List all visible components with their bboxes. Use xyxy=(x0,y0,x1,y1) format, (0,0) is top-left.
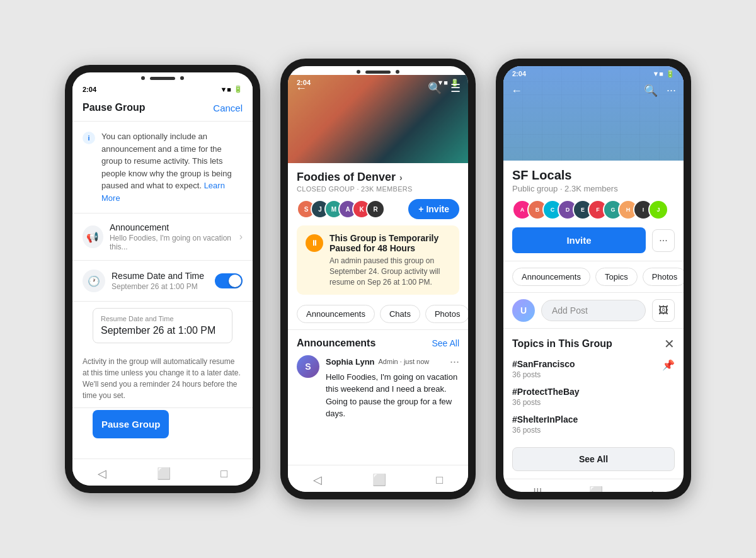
sf-tabs: Announcements Topics Photos Events xyxy=(503,261,684,292)
tab-photos-3[interactable]: Photos xyxy=(643,268,684,286)
topic-info-3: #ShelterInPlace 36 posts xyxy=(512,414,578,435)
date-field-label: Resume Date and Time xyxy=(101,315,224,322)
tab-chats-2[interactable]: Chats xyxy=(380,305,420,323)
signal-icon-3: ▼■ xyxy=(652,70,663,78)
post-content: Sophia Lynn Admin · just now ··· Hello F… xyxy=(326,355,459,420)
topics-title: Topics in This Group xyxy=(512,338,612,350)
announcement-sub: Hello Foodies, I'm going on vacation thi… xyxy=(110,234,239,251)
pause-icon: ⏸ xyxy=(306,234,323,252)
back-button-3[interactable]: ← xyxy=(511,84,522,98)
group-cover-image: 2:04 ▼■ 🔋 ← 🔍 ☰ xyxy=(288,75,468,163)
pause-banner: ⏸ This Group is Temporarily Paused for 4… xyxy=(297,225,459,295)
sf-group-meta: Public group · 2.3K members xyxy=(512,184,675,193)
status-bar-3: 2:04 ▼■ 🔋 xyxy=(503,66,684,82)
back-nav-icon[interactable]: ◁ xyxy=(98,467,106,481)
sf-nav-icons: 🔍 ··· xyxy=(644,84,676,98)
info-text: You can optionally include an announceme… xyxy=(101,130,243,204)
post-options-icon[interactable]: ··· xyxy=(450,355,459,368)
search-icon-2[interactable]: 🔍 xyxy=(428,81,442,95)
pause-info: This Group is Temporarily Paused for 48 … xyxy=(329,233,450,287)
topic-name-1: #SanFrancisco xyxy=(512,359,575,369)
back-button-2[interactable]: ← xyxy=(295,82,307,95)
sf-invite-row: Invite ··· xyxy=(512,227,675,253)
resume-info: Resume Date and Time September 26 at 1:0… xyxy=(112,271,204,291)
back-nav-icon-2[interactable]: ◁ xyxy=(313,473,322,487)
nav-bar-2: ◁ ⬜ □ xyxy=(288,465,468,492)
pause-group-button[interactable]: Pause Group xyxy=(93,410,169,438)
recents-nav-icon-2[interactable]: □ xyxy=(436,474,443,487)
recents-nav-icon[interactable]: □ xyxy=(220,467,227,481)
status-time-3: 2:04 xyxy=(512,70,526,78)
topics-close-button[interactable]: ✕ xyxy=(664,336,675,351)
sf-group-name: SF Locals xyxy=(512,168,675,183)
tab-topics-3[interactable]: Topics xyxy=(595,268,638,286)
pause-banner-title: This Group is Temporarily Paused for 48 … xyxy=(329,233,450,253)
phone-2-screen: 2:04 ▼■ 🔋 ← 🔍 ☰ Food xyxy=(288,66,468,492)
topic-posts-2: 36 posts xyxy=(512,398,580,407)
info-box: i You can optionally include an announce… xyxy=(72,122,253,214)
date-field[interactable]: Resume Date and Time September 26 at 1:0… xyxy=(93,308,232,343)
hamburger-nav-icon[interactable]: ||| xyxy=(533,486,542,493)
date-field-value: September 26 at 1:00 PM xyxy=(101,325,224,336)
resume-row[interactable]: 🕐 Resume Date and Time September 26 at 1… xyxy=(72,261,253,302)
cancel-button[interactable]: Cancel xyxy=(213,103,243,113)
nav-bar-3: ||| ⬜ ‹ xyxy=(503,479,684,492)
speaker-2 xyxy=(365,71,391,74)
status-icons-3: ▼■ 🔋 xyxy=(652,70,675,78)
add-post-input[interactable]: Add Post xyxy=(541,300,646,321)
camera-dot-2 xyxy=(357,70,360,74)
phone-2-notch xyxy=(288,66,468,75)
menu-icon-2[interactable]: ☰ xyxy=(450,81,461,95)
tab-announcements-2[interactable]: Announcements xyxy=(297,305,375,323)
post-text: Hello Foodies, I'm going on vacation thi… xyxy=(326,371,459,420)
sf-invite-button[interactable]: Invite xyxy=(512,227,646,253)
search-icon-3[interactable]: 🔍 xyxy=(644,84,658,98)
tab-photos-2[interactable]: Photos xyxy=(425,305,468,323)
sf-cover-nav: ← 🔍 ··· xyxy=(511,84,676,98)
post-role: Admin · just now xyxy=(379,358,430,365)
topic-item-1[interactable]: #SanFrancisco 36 posts 📌 xyxy=(512,359,675,379)
see-all-button-2[interactable]: See All xyxy=(432,338,459,348)
status-time-1: 2:04 xyxy=(83,86,96,93)
user-avatar: U xyxy=(512,299,535,322)
sf-avatar-10: J xyxy=(648,200,668,220)
nav-bar-1: ◁ ⬜ □ xyxy=(72,458,253,486)
sf-member-avatars: A B C D E F G H I J xyxy=(512,200,675,220)
more-icon-3[interactable]: ··· xyxy=(667,84,676,98)
topic-info-1: #SanFrancisco 36 posts xyxy=(512,359,575,379)
topics-see-all-button[interactable]: See All xyxy=(512,447,675,471)
p2-group-info: Foodies of Denver › CLOSED GROUP · 23K M… xyxy=(288,163,468,299)
tab-announcements-3[interactable]: Announcements xyxy=(512,268,590,286)
topic-posts-3: 36 posts xyxy=(512,426,578,435)
post-item: S Sophia Lynn Admin · just now ··· Hello… xyxy=(297,355,459,420)
topic-item-3[interactable]: #ShelterInPlace 36 posts xyxy=(512,414,675,435)
phone-1: 2:04 ▼■ 🔋 Pause Group Cancel i You can o… xyxy=(65,65,260,493)
clock-icon: 🕐 xyxy=(83,270,105,292)
pin-icon-1: 📌 xyxy=(662,359,675,371)
resume-toggle[interactable] xyxy=(215,273,243,288)
back-nav-icon-3[interactable]: ‹ xyxy=(650,486,654,493)
topic-posts-1: 36 posts xyxy=(512,370,575,379)
home-nav-icon-2[interactable]: ⬜ xyxy=(372,473,386,487)
pause-btn-wrapper: Pause Group xyxy=(72,410,253,458)
members-row-2: S J M A K R + Invite xyxy=(297,199,459,219)
date-box-wrapper: Resume Date and Time September 26 at 1:0… xyxy=(72,302,253,350)
home-nav-icon-3[interactable]: ⬜ xyxy=(589,486,603,492)
topic-name-2: #ProtectTheBay xyxy=(512,387,580,397)
topics-header: Topics in This Group ✕ xyxy=(512,336,675,351)
phone-2: 2:04 ▼■ 🔋 ← 🔍 ☰ Food xyxy=(280,59,476,499)
phone-3-screen: 2:04 ▼■ 🔋 ← 🔍 ··· SF Locals xyxy=(503,66,684,492)
invite-button-2[interactable]: + Invite xyxy=(408,199,459,219)
add-photo-button[interactable]: 🖼 xyxy=(652,299,675,322)
topic-item-2[interactable]: #ProtectTheBay 36 posts xyxy=(512,387,675,407)
status-bar-1: 2:04 ▼■ 🔋 xyxy=(72,81,253,94)
sf-more-button[interactable]: ··· xyxy=(652,229,675,252)
home-nav-icon[interactable]: ⬜ xyxy=(157,467,171,481)
speaker xyxy=(150,77,175,80)
pause-group-header: Pause Group Cancel xyxy=(72,94,253,122)
announcement-row[interactable]: 📢 Announcement Hello Foodies, I'm going … xyxy=(72,214,253,261)
announcement-row-left: 📢 Announcement Hello Foodies, I'm going … xyxy=(83,222,239,251)
post-author-name: Sophia Lynn xyxy=(326,357,375,367)
announcement-icon: 📢 xyxy=(83,225,103,248)
phone-3: 2:04 ▼■ 🔋 ← 🔍 ··· SF Locals xyxy=(496,59,691,499)
